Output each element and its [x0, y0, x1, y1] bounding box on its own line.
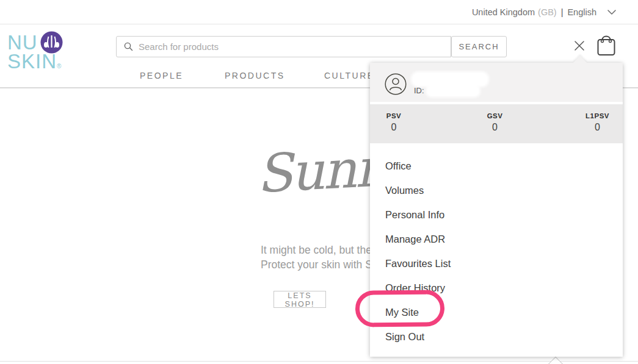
stat-l1psv-label: L1PSV	[585, 112, 609, 120]
redacted-user-name	[413, 73, 487, 85]
close-icon[interactable]	[573, 39, 586, 52]
registered-mark: ®	[57, 63, 62, 70]
nav-item-culture[interactable]: CULTURE	[324, 71, 375, 80]
search-icon	[124, 42, 133, 51]
stat-l1psv: L1PSV 0	[585, 112, 609, 143]
menu-item-volumes[interactable]: Volumes	[370, 178, 623, 202]
stat-gsv-value: 0	[485, 122, 506, 133]
lets-shop-button[interactable]: LETS SHOP!	[274, 291, 326, 308]
menu-item-personal-info[interactable]: Personal Info	[370, 202, 623, 227]
stat-gsv-label: GSV	[485, 112, 506, 120]
hero-text-line1: It might be cold, but the	[261, 244, 372, 257]
language-label: English	[567, 7, 596, 17]
nav-item-products[interactable]: PRODUCTS	[225, 71, 285, 80]
search-input[interactable]	[139, 41, 443, 52]
stat-l1psv-value: 0	[585, 122, 609, 133]
menu-item-my-site[interactable]: My Site	[370, 300, 623, 324]
stat-psv: PSV 0	[383, 112, 404, 143]
chevron-down-icon	[606, 7, 617, 18]
stat-psv-value: 0	[383, 122, 404, 133]
account-menu-list: Office Volumes Personal Info Manage ADR …	[370, 154, 623, 349]
menu-item-order-history[interactable]: Order History	[370, 276, 623, 300]
nuskin-logo[interactable]: NU SKIN®	[7, 32, 63, 71]
locale-selector[interactable]: United Kingdom (GB) | English	[472, 7, 617, 18]
stat-psv-label: PSV	[383, 112, 404, 120]
stat-gsv: GSV 0	[485, 112, 506, 143]
bottom-divider	[0, 361, 638, 362]
account-dropdown: ID: PSV 0 GSV 0 L1PSV 0 Office Volumes P…	[370, 63, 623, 357]
hero-text-line2: Protect your skin with S	[261, 259, 372, 271]
redacted-user-id	[427, 86, 479, 96]
page: United Kingdom (GB) | English NU	[0, 0, 638, 364]
menu-item-favourites-list[interactable]: Favourites List	[370, 251, 623, 276]
search-button[interactable]: SEARCH	[451, 36, 507, 57]
user-avatar-icon	[385, 73, 407, 95]
logo-text-skin: SKIN	[7, 50, 57, 73]
bottom-caret	[547, 357, 564, 364]
user-id-label: ID:	[414, 86, 424, 95]
locale-bar: United Kingdom (GB) | English	[0, 0, 638, 24]
locale-separator: |	[561, 7, 564, 17]
shopping-bag-icon[interactable]	[596, 34, 617, 57]
nav-item-people[interactable]: PEOPLE	[140, 71, 183, 80]
volume-stats: PSV 0 GSV 0 L1PSV 0	[370, 104, 623, 143]
menu-item-office[interactable]: Office	[370, 154, 623, 178]
country-label: United Kingdom	[472, 7, 535, 17]
menu-item-sign-out[interactable]: Sign Out	[370, 324, 623, 349]
account-header: ID:	[370, 63, 623, 102]
menu-item-manage-adr[interactable]: Manage ADR	[370, 227, 623, 251]
country-code: (GB)	[538, 7, 557, 17]
search-bar	[116, 36, 451, 57]
